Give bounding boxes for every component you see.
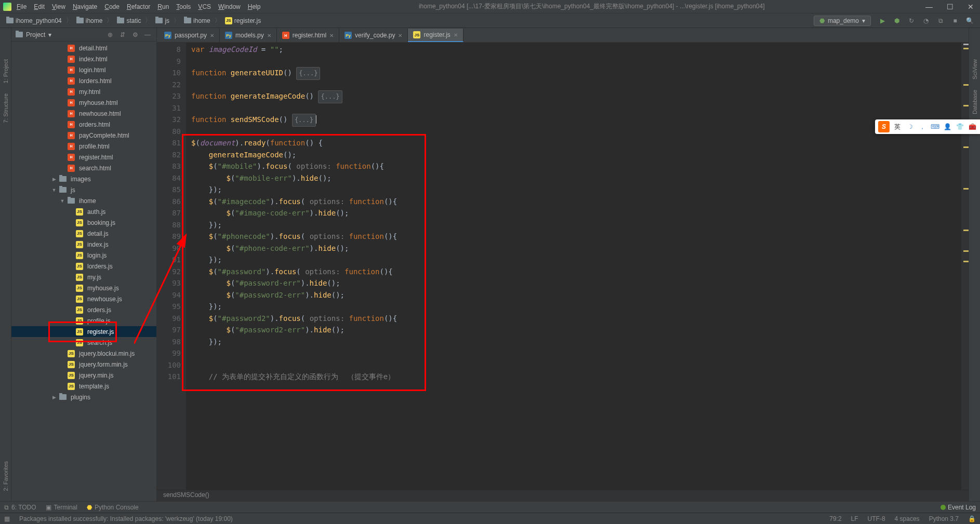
code-line[interactable]: $("#password2-err").hide(); — [191, 324, 969, 336]
tree-chevron-icon[interactable]: ▼ — [51, 187, 57, 193]
code-line[interactable] — [191, 347, 969, 359]
rail-favorites[interactable]: 2: Favorites — [3, 461, 9, 491]
tree-row[interactable]: JSorders.js — [11, 304, 156, 315]
code-line[interactable]: $("#password").focus( options: function(… — [191, 266, 969, 278]
tree-row[interactable]: Hmyhouse.html — [11, 97, 156, 108]
code-line[interactable] — [191, 79, 969, 91]
line-number[interactable]: 101 — [158, 371, 181, 383]
tool-todo[interactable]: ⧉6: TODO — [4, 504, 36, 511]
close-tab-icon[interactable]: ✕ — [398, 33, 402, 38]
tree-row[interactable]: Hnewhouse.html — [11, 108, 156, 119]
line-number[interactable]: 91 — [158, 254, 181, 266]
status-interpreter[interactable]: Python 3.7 — [929, 515, 959, 522]
close-tab-icon[interactable]: ✕ — [210, 33, 214, 38]
rail-project[interactable]: 1: Project — [3, 59, 9, 83]
code-editor[interactable]: 8910222331328081828384858687888990919293… — [157, 43, 969, 490]
comma-icon[interactable]: ， — [918, 123, 927, 131]
tree-chevron-icon[interactable]: ▶ — [51, 177, 57, 182]
tree-row[interactable]: JSauth.js — [11, 206, 156, 217]
tree-row[interactable]: Hmy.html — [11, 86, 156, 97]
code-line[interactable]: }); — [191, 336, 969, 348]
code-line[interactable]: $("#mobile").focus( options: function(){ — [191, 160, 969, 172]
line-number[interactable]: 82 — [158, 149, 181, 161]
code-line[interactable]: $(document).ready(function() { — [191, 137, 969, 149]
editor-tab[interactable]: Pyverify_code.py✕ — [339, 29, 408, 42]
menu-help[interactable]: Help — [248, 3, 261, 10]
line-number[interactable]: 31 — [158, 102, 181, 114]
tree-row[interactable]: ▼ihome — [11, 195, 156, 206]
tree-row[interactable]: JSmyhouse.js — [11, 283, 156, 293]
line-number[interactable]: 22 — [158, 79, 181, 91]
tree-row[interactable]: JSnewhouse.js — [11, 293, 156, 304]
code-line[interactable]: }); — [191, 184, 969, 196]
menu-vcs[interactable]: VCS — [198, 3, 211, 10]
line-number[interactable]: 93 — [158, 277, 181, 289]
code-line[interactable]: generateImageCode(); — [191, 149, 969, 161]
stop-button[interactable]: ■ — [949, 15, 961, 27]
profile-button[interactable]: ◔ — [920, 15, 932, 27]
breadcrumb-item[interactable]: ihome — [182, 16, 213, 25]
line-number[interactable]: 10 — [158, 67, 181, 79]
event-log-button[interactable]: Event Log — [941, 504, 976, 511]
code-line[interactable] — [191, 56, 969, 68]
line-number[interactable]: 92 — [158, 266, 181, 278]
code-line[interactable] — [191, 126, 969, 138]
line-number[interactable]: 86 — [158, 196, 181, 208]
tree-row[interactable]: HpayComplete.html — [11, 130, 156, 141]
lock-icon[interactable]: 🔒 — [968, 515, 976, 522]
editor-tab[interactable]: JSregister.js✕ — [408, 29, 463, 42]
tree-row[interactable]: Horders.html — [11, 119, 156, 130]
code-line[interactable]: $("#password2-err").hide(); — [191, 289, 969, 301]
status-indent[interactable]: 4 spaces — [895, 515, 920, 522]
status-line-sep[interactable]: LF — [851, 515, 858, 522]
code-line[interactable]: function generateImageCode() {...} — [191, 90, 969, 102]
tree-row[interactable]: JSsearch.js — [11, 337, 156, 348]
code-line[interactable]: $("#password-err").hide(); — [191, 277, 969, 289]
tree-row[interactable]: ▶plugins — [11, 392, 156, 402]
tree-row[interactable]: Hprofile.html — [11, 141, 156, 152]
code-line[interactable]: $("#phonecode").focus( options: function… — [191, 231, 969, 243]
line-number[interactable]: 99 — [158, 347, 181, 359]
line-number[interactable]: 100 — [158, 359, 181, 371]
breadcrumb-item[interactable]: ihome_python04 — [4, 16, 64, 25]
editor-tab[interactable]: Pypassport.py✕ — [159, 29, 220, 42]
ime-toolbar[interactable]: S 英 ☽ ， ⌨ 👤 👕 🧰 — [875, 119, 980, 134]
minimize-button[interactable]: — — [923, 3, 935, 11]
line-number[interactable]: 80 — [158, 126, 181, 138]
menu-run[interactable]: Run — [157, 3, 169, 10]
expand-all-icon[interactable]: ⇵ — [118, 31, 127, 38]
hide-panel-icon[interactable]: — — [143, 31, 152, 38]
line-number[interactable]: 8 — [158, 44, 181, 56]
rail-database[interactable]: Database — [972, 90, 978, 114]
tree-row[interactable]: ▶images — [11, 173, 156, 184]
status-encoding[interactable]: UTF-8 — [868, 515, 885, 522]
code-line[interactable]: }); — [191, 301, 969, 313]
tree-chevron-icon[interactable]: ▶ — [51, 395, 57, 400]
tree-row[interactable]: JSdetail.js — [11, 228, 156, 239]
menu-file[interactable]: File — [17, 3, 27, 10]
concurrency-button[interactable]: ⧉ — [934, 15, 947, 27]
tool-terminal[interactable]: ▣Terminal — [46, 504, 77, 511]
menu-code[interactable]: Code — [104, 3, 120, 10]
skin-icon[interactable]: 👕 — [955, 123, 964, 130]
tree-row[interactable]: Hregister.html — [11, 152, 156, 163]
tree-row[interactable]: JStemplate.js — [11, 381, 156, 392]
project-tree[interactable]: Hdetail.htmlHindex.htmlHlogin.htmlHlorde… — [11, 42, 156, 501]
tree-row[interactable]: Hdetail.html — [11, 43, 156, 53]
menu-tools[interactable]: Tools — [176, 3, 191, 10]
code-line[interactable] — [191, 359, 969, 371]
code-line[interactable]: $("#mobile-err").hide(); — [191, 172, 969, 184]
line-number[interactable]: 95 — [158, 301, 181, 313]
code-line[interactable]: $("#imagecode").focus( options: function… — [191, 196, 969, 208]
tool-python-console[interactable]: ⬣Python Console — [87, 504, 139, 511]
line-number[interactable]: 96 — [158, 313, 181, 325]
tree-row[interactable]: JSjquery.form.min.js — [11, 359, 156, 370]
tree-row[interactable]: Hlogin.html — [11, 64, 156, 75]
moon-icon[interactable]: ☽ — [905, 123, 915, 130]
code-line[interactable]: $("#password2").focus( options: function… — [191, 313, 969, 325]
person-icon[interactable]: 👤 — [943, 123, 952, 130]
close-tab-icon[interactable]: ✕ — [454, 32, 458, 38]
editor-tab[interactable]: Pymodels.py✕ — [220, 29, 277, 42]
line-number[interactable]: 88 — [158, 219, 181, 231]
line-number[interactable]: 83 — [158, 160, 181, 172]
